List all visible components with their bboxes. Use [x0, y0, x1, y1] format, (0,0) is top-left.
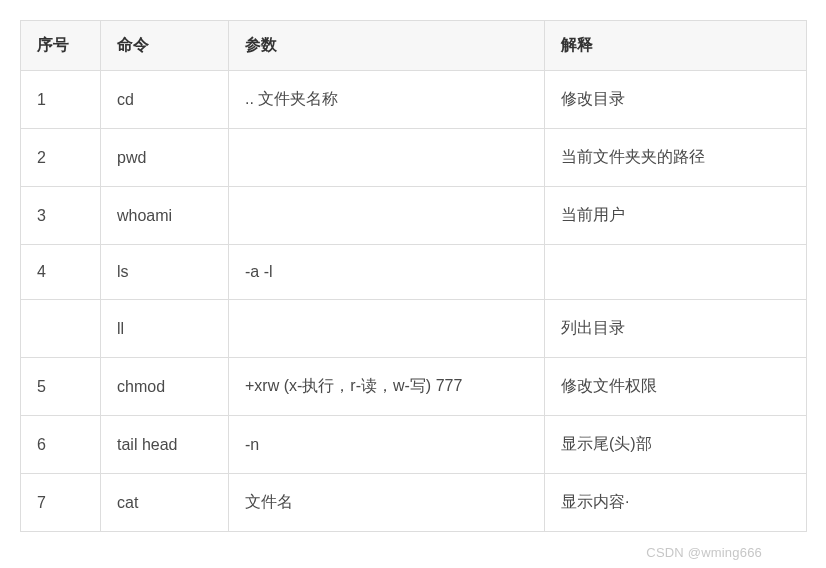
cell-params — [229, 129, 545, 187]
cell-command: ll — [101, 300, 229, 358]
cell-params: 文件名 — [229, 474, 545, 532]
table-header-row: 序号 命令 参数 解释 — [21, 21, 807, 71]
cell-index: 7 — [21, 474, 101, 532]
table-row: 3 whoami 当前用户 — [21, 187, 807, 245]
cell-index — [21, 300, 101, 358]
cell-desc: 当前文件夹夹的路径 — [545, 129, 807, 187]
cell-params: -a -l — [229, 245, 545, 300]
cell-params: +xrw (x-执行，r-读，w-写) 777 — [229, 358, 545, 416]
cell-params: -n — [229, 416, 545, 474]
table-row: 4 ls -a -l — [21, 245, 807, 300]
header-command: 命令 — [101, 21, 229, 71]
table-row: 1 cd .. 文件夹名称 修改目录 — [21, 71, 807, 129]
cell-index: 2 — [21, 129, 101, 187]
cell-index: 4 — [21, 245, 101, 300]
cell-command: ls — [101, 245, 229, 300]
cell-command: cat — [101, 474, 229, 532]
cell-index: 3 — [21, 187, 101, 245]
cell-desc: 显示尾(头)部 — [545, 416, 807, 474]
cell-command: pwd — [101, 129, 229, 187]
cell-index: 1 — [21, 71, 101, 129]
cell-index: 5 — [21, 358, 101, 416]
cell-desc: 列出目录 — [545, 300, 807, 358]
cell-params — [229, 187, 545, 245]
cell-desc: 修改目录 — [545, 71, 807, 129]
watermark-text: CSDN @wming666 — [646, 545, 762, 560]
cell-index: 6 — [21, 416, 101, 474]
cell-desc: 修改文件权限 — [545, 358, 807, 416]
cell-command: cd — [101, 71, 229, 129]
commands-table: 序号 命令 参数 解释 1 cd .. 文件夹名称 修改目录 2 pwd 当前文… — [20, 20, 807, 532]
header-index: 序号 — [21, 21, 101, 71]
table-row: 6 tail head -n 显示尾(头)部 — [21, 416, 807, 474]
cell-command: chmod — [101, 358, 229, 416]
cell-params: .. 文件夹名称 — [229, 71, 545, 129]
table-row: 2 pwd 当前文件夹夹的路径 — [21, 129, 807, 187]
cell-command: tail head — [101, 416, 229, 474]
cell-params — [229, 300, 545, 358]
header-params: 参数 — [229, 21, 545, 71]
cell-command: whoami — [101, 187, 229, 245]
cell-desc: 当前用户 — [545, 187, 807, 245]
table-row: 7 cat 文件名 显示内容· — [21, 474, 807, 532]
header-desc: 解释 — [545, 21, 807, 71]
cell-desc — [545, 245, 807, 300]
cell-desc: 显示内容· — [545, 474, 807, 532]
table-row: ll 列出目录 — [21, 300, 807, 358]
table-row: 5 chmod +xrw (x-执行，r-读，w-写) 777 修改文件权限 — [21, 358, 807, 416]
